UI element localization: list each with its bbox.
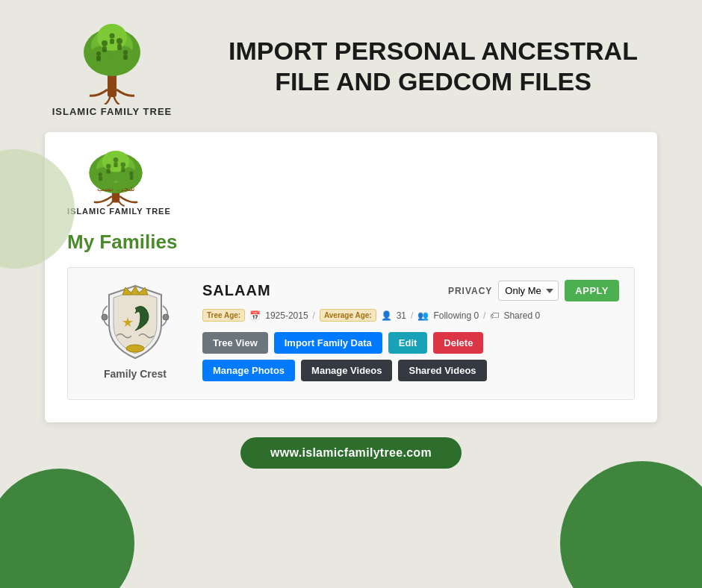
family-crest-section: Family Crest	[83, 280, 187, 380]
svg-rect-9	[117, 44, 122, 50]
privacy-section: PRIVACY Only Me Friends Public APPLY	[448, 280, 619, 301]
svg-text:شجرہ نسب: شجرہ نسب	[97, 185, 135, 194]
svg-point-10	[110, 34, 115, 39]
svg-rect-30	[99, 176, 102, 181]
svg-rect-7	[102, 46, 107, 52]
svg-rect-11	[110, 39, 114, 44]
svg-point-6	[102, 40, 108, 46]
svg-point-8	[117, 38, 122, 44]
tree-age-value: 1925-2015	[265, 310, 308, 321]
shared-icon: 🏷	[490, 310, 499, 321]
shared-value: Shared 0	[503, 310, 540, 321]
page-header: ISLAMIC FAMILY TREE IMPORT PERSONAL ANCE…	[0, 0, 702, 125]
following-value: Following 0	[433, 310, 479, 321]
family-crest-label: Family Crest	[104, 368, 167, 380]
person-icon: 👤	[381, 310, 392, 321]
svg-rect-28	[114, 163, 117, 168]
family-details: SALAAM PRIVACY Only Me Friends Public AP…	[202, 280, 619, 387]
following-icon: 👥	[417, 310, 429, 321]
main-heading: IMPORT PERSONAL ANCESTRAL FILE AND GEDCO…	[229, 36, 638, 97]
tree-view-button[interactable]: Tree View	[202, 332, 268, 354]
svg-point-34	[126, 345, 144, 352]
delete-button[interactable]: Delete	[433, 332, 483, 354]
svg-point-23	[106, 163, 111, 169]
average-age-badge: Average Age:	[320, 309, 376, 322]
apply-button[interactable]: APPLY	[565, 280, 619, 301]
header-title-section: IMPORT PERSONAL ANCESTRAL FILE AND GEDCO…	[194, 36, 672, 97]
svg-rect-15	[123, 54, 128, 60]
svg-point-36	[163, 314, 169, 320]
action-row-2: Manage Photos Manage Videos Shared Video…	[202, 360, 619, 381]
privacy-label: PRIVACY	[448, 286, 492, 296]
edit-button[interactable]: Edit	[388, 332, 428, 354]
average-age-value: 31	[397, 310, 406, 321]
heading-line2: FILE AND GEDCOM FILES	[229, 66, 638, 97]
svg-rect-24	[107, 169, 111, 174]
card-logo-title: ISLAMIC FAMILY TREE	[67, 207, 171, 216]
website-url: www.islamicfamilytree.com	[240, 437, 462, 469]
section-title: My Families	[67, 231, 635, 254]
url-bar: www.islamicfamilytree.com	[0, 437, 702, 469]
calendar-icon: 📅	[249, 310, 261, 321]
svg-rect-13	[96, 56, 101, 61]
heading-line1: IMPORT PERSONAL ANCESTRAL	[229, 36, 638, 66]
header-logo-title: ISLAMIC FAMILY TREE	[52, 106, 173, 117]
family-crest-image	[94, 280, 176, 362]
shared-videos-button[interactable]: Shared Videos	[398, 360, 486, 381]
family-row: Family Crest SALAAM PRIVACY Only Me Frie…	[67, 267, 635, 400]
tree-age-badge: Tree Age:	[202, 309, 245, 322]
manage-photos-button[interactable]: Manage Photos	[202, 360, 295, 381]
main-card: شجرہ نسب ISLAMIC FAMILY TREE My Families	[45, 132, 657, 422]
logo-icon	[67, 15, 157, 104]
svg-point-27	[114, 157, 119, 163]
stats-row: Tree Age: 📅 1925-2015 / Average Age: 👤 3…	[202, 309, 619, 322]
card-logo: شجرہ نسب ISLAMIC FAMILY TREE	[67, 147, 635, 216]
privacy-select[interactable]: Only Me Friends Public	[498, 281, 559, 301]
action-row-1: Tree View Import Family Data Edit Delete	[202, 332, 619, 354]
manage-videos-button[interactable]: Manage Videos	[301, 360, 392, 381]
svg-point-25	[121, 163, 126, 168]
svg-point-12	[96, 51, 101, 56]
card-logo-icon: شجرہ نسب	[67, 147, 164, 207]
decorative-blob-bottom-right	[560, 461, 702, 588]
svg-point-31	[129, 172, 133, 175]
family-name: SALAAM	[202, 282, 271, 299]
svg-rect-32	[130, 175, 134, 180]
svg-rect-26	[121, 167, 125, 172]
svg-point-29	[99, 172, 102, 176]
decorative-blob-bottom-left	[0, 469, 134, 588]
family-top-row: SALAAM PRIVACY Only Me Friends Public AP…	[202, 280, 619, 301]
import-family-data-button[interactable]: Import Family Data	[274, 332, 382, 354]
svg-point-14	[123, 50, 128, 54]
svg-point-35	[102, 314, 108, 320]
header-logo: ISLAMIC FAMILY TREE	[30, 15, 194, 117]
